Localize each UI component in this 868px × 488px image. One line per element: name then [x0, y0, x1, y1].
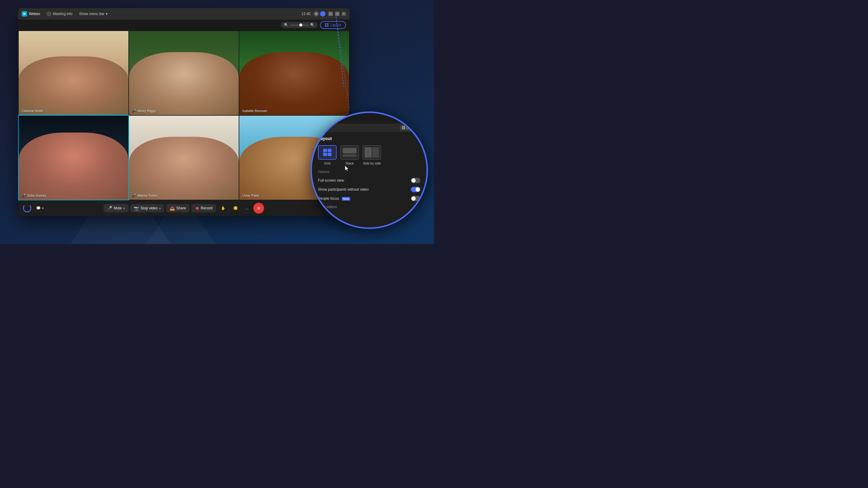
bottom-controls: 💬 ▾ 🎤 Mute ▾ 📷 Stop video ▾ 📤 Share — [18, 200, 350, 216]
zoom-grid-icon — [402, 126, 405, 129]
show-menu-label: Show menu bar — [79, 12, 104, 16]
person-henry — [129, 52, 239, 115]
layout-option-side-by-side[interactable]: Side by side — [363, 145, 381, 165]
video-grid: Clarissa Smith 🎤 Henry Riggs Isabelle Br… — [18, 30, 350, 200]
participant-label-umar: Umar Patel — [242, 194, 259, 197]
share-button[interactable]: 📤 Share — [166, 204, 190, 213]
layout-option-stack[interactable]: Stack — [340, 145, 359, 165]
search-bar: 🔍 🔍 — [281, 22, 318, 28]
record-button[interactable]: ⏺ Record — [191, 204, 216, 213]
video-tile-clarissa: Clarissa Smith — [19, 31, 128, 115]
zoom-layout-panel: Layout Layout Grid — [310, 111, 428, 229]
layout-button[interactable]: Layout — [320, 21, 346, 29]
end-call-icon: ✕ — [257, 205, 261, 211]
video-tile-isabelle: Isabelle Brennan — [239, 31, 349, 115]
mic-icon-sofia: 🎤 — [22, 193, 26, 197]
participants-no-video-toggle[interactable] — [411, 187, 421, 192]
end-call-button[interactable]: ✕ — [253, 203, 264, 214]
avatar-area: ⚙ — [313, 11, 326, 17]
stack-option-label: Stack — [345, 161, 354, 165]
zoom-layout-btn[interactable]: Layout — [400, 125, 417, 130]
controls-left: 💬 ▾ — [23, 204, 46, 213]
loading-spinner — [23, 204, 31, 213]
zoom-layout-label: Layout — [406, 126, 415, 130]
side-by-side-option-icon — [363, 145, 381, 160]
record-icon: ⏺ — [195, 206, 199, 210]
zoom-slider-thumb — [299, 24, 302, 27]
emoji-button[interactable]: 😊 — [230, 204, 241, 212]
people-focus-toggle[interactable] — [411, 196, 421, 201]
minimize-button[interactable]: — — [329, 12, 333, 16]
people-focus-row: People focus Beta — [318, 194, 421, 203]
meeting-info-label: Meeting info — [53, 12, 72, 16]
main-content: 🔍 🔍 Layout Clarissa Smith — [18, 20, 350, 216]
fullscreen-toggle[interactable] — [411, 178, 421, 183]
zoom-icon-right: 🔍 — [310, 23, 315, 27]
camera-icon: 📷 — [134, 206, 139, 210]
share-icon: 📤 — [170, 206, 175, 210]
umar-name: Umar Patel — [242, 194, 259, 197]
zoom-slider[interactable] — [290, 25, 308, 26]
avatar-icon: ⚙ — [313, 11, 319, 17]
layout-options-row: Grid Stack Side by side — [318, 145, 421, 165]
participant-label-sofia: 🎤 Sofia Gomez — [22, 193, 46, 197]
app-window: W Webex i Meeting info Show menu bar ▾ 1… — [18, 8, 350, 216]
profile-avatar — [320, 11, 326, 17]
participant-label-marise: 🎤 Marise Torres — [132, 193, 157, 197]
stack-option-icon — [340, 145, 359, 160]
title-bar-left: W Webex i Meeting info Show menu bar ▾ — [22, 11, 107, 17]
more-button[interactable]: ... — [243, 204, 252, 212]
top-toolbar: 🔍 🔍 Layout — [18, 20, 350, 30]
grid-layout-icon — [325, 23, 329, 27]
webex-logo-icon: W — [22, 11, 27, 17]
participant-label-henry: 🎤 Henry Riggs — [132, 109, 156, 113]
stop-video-button[interactable]: 📷 Stop video ▾ — [130, 204, 164, 213]
close-button[interactable]: ✕ — [342, 12, 346, 16]
henry-name: Henry Riggs — [137, 109, 156, 113]
layout-option-grid[interactable]: Grid — [318, 145, 337, 165]
fullscreen-row: Full-screen view — [318, 176, 421, 185]
controls-center: 🎤 Mute ▾ 📷 Stop video ▾ 📤 Share ⏺ Record — [103, 203, 264, 214]
video-tile-sofia: 🎤 Sofia Gomez — [19, 116, 128, 200]
share-label: Share — [176, 206, 186, 210]
layout-panel-title: Layout — [318, 136, 421, 141]
participant-label-isabelle: Isabelle Brennan — [242, 109, 267, 113]
hand-icon: ✋ — [221, 206, 225, 210]
time-display: 12:40 — [301, 12, 310, 16]
mute-label: Mute — [114, 206, 122, 210]
chevron-down-icon: ▾ — [106, 12, 107, 16]
hand-raise-button[interactable]: ✋ — [218, 204, 228, 212]
grid-option-icon — [318, 145, 337, 160]
video-tile-henry: 🎤 Henry Riggs — [129, 31, 239, 115]
meeting-info-button[interactable]: i Meeting info — [45, 11, 74, 17]
participants-no-video-row: Show participants without video — [318, 185, 421, 194]
chat-icon: 💬 — [36, 206, 41, 210]
person-clarissa — [19, 56, 128, 115]
mute-button[interactable]: 🎤 Mute ▾ — [103, 204, 128, 213]
title-bar: W Webex i Meeting info Show menu bar ▾ 1… — [18, 8, 350, 20]
clarissa-name: Clarissa Smith — [22, 109, 43, 113]
maximize-button[interactable]: □ — [335, 12, 339, 16]
show-menu-button[interactable]: Show menu bar ▾ — [79, 12, 107, 16]
people-focus-label: People focus Beta — [318, 196, 350, 201]
window-controls: — □ ✕ — [329, 12, 346, 16]
person-sofia — [19, 133, 128, 200]
person-isabelle — [239, 52, 349, 115]
names-in-videos-row: es in videos — [318, 203, 421, 211]
chat-button[interactable]: 💬 ▾ — [34, 205, 46, 212]
people-focus-text: People focus — [318, 196, 339, 201]
beta-badge: Beta — [342, 197, 350, 201]
participants-no-video-label: Show participants without video — [318, 187, 369, 192]
participant-label-clarissa: Clarissa Smith — [22, 109, 43, 113]
emoji-icon: 😊 — [233, 206, 238, 210]
grid-option-label: Grid — [324, 161, 331, 165]
mute-dropdown-icon: ▾ — [123, 207, 125, 210]
search-icon: 🔍 — [284, 23, 288, 27]
options-section-title: Options — [318, 170, 421, 173]
grid-icon-squares — [323, 149, 332, 156]
video-tile-marise: 🎤 Marise Torres — [129, 116, 239, 200]
record-label: Record — [201, 206, 213, 210]
title-bar-right: 12:40 ⚙ — □ ✕ — [301, 11, 346, 17]
marise-name: Marise Torres — [137, 194, 157, 197]
info-icon: i — [47, 12, 51, 16]
